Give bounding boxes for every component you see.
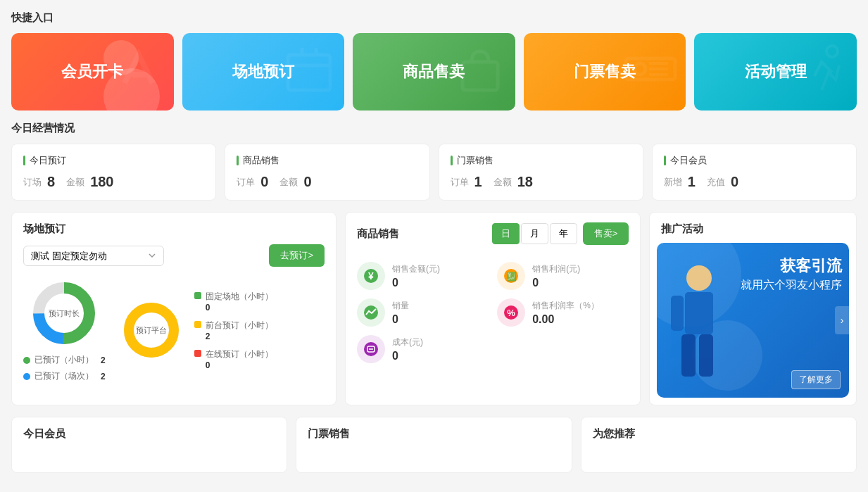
stat-card-booking: 今日预订 订场 8 金额 180: [11, 144, 216, 201]
quick-access-title: 快捷入口: [11, 11, 857, 25]
bottom-today-member: 今日会员: [11, 417, 287, 473]
venue-select[interactable]: 测试 固定预定勿动: [23, 246, 164, 266]
quick-card-goods-label: 商品售卖: [403, 61, 465, 82]
promo-character-area: [657, 257, 741, 398]
metric-quantity-label: 销量: [392, 300, 489, 312]
quick-card-ticket[interactable]: 门票售卖: [524, 33, 686, 111]
venue-chart-area: 预订时长 已预订（小时） 2 已预订（场次） 2: [23, 278, 325, 382]
venue-right-item-1: 前台预订（小时） 2: [194, 320, 273, 341]
stat-ticket-amount: 金额 18: [493, 174, 533, 190]
promo-learn-more-button[interactable]: 了解更多: [791, 370, 841, 389]
legend-item-0: 已预订（小时） 2: [23, 354, 106, 366]
svg-point-10: [826, 46, 838, 57]
metric-sale-amount-value: 0: [392, 277, 489, 289]
today-stats-title: 今日经营情况: [11, 122, 857, 135]
tab-day[interactable]: 日: [492, 223, 520, 244]
venue-booking-panel: 场地预订 测试 固定预定勿动 去预订>: [11, 212, 336, 405]
stat-booking-amount: 金额 180: [66, 174, 113, 190]
bottom-recommended: 为您推荐: [581, 417, 857, 473]
stat-ticket-title: 门票销售: [451, 154, 631, 167]
stat-member-new: 新增 1: [664, 174, 696, 190]
metric-profit: 💹 销售利润(元) 0: [497, 262, 629, 290]
bottom-recommended-title: 为您推荐: [593, 427, 845, 441]
stat-ticket-order-label: 订单: [451, 176, 469, 189]
stat-ticket-order: 订单 1: [451, 174, 482, 190]
svg-rect-31: [699, 334, 713, 377]
quick-card-venue-label: 场地预订: [232, 61, 294, 82]
legend-item-1: 已预订（场次） 2: [23, 370, 106, 382]
middle-section: 场地预订 测试 固定预定勿动 去预订>: [11, 212, 857, 405]
venue-right-value-0: 0: [206, 303, 273, 313]
venue-right-value-2: 0: [206, 360, 273, 370]
svg-text:¥: ¥: [368, 270, 374, 282]
metric-cost-value: 0: [392, 350, 489, 362]
stats-cards-container: 今日预订 订场 8 金额 180 商品销售 订单: [11, 144, 857, 201]
svg-rect-0: [288, 55, 330, 90]
stat-member-new-label: 新增: [664, 176, 682, 189]
product-panel-header: 商品销售 日 月 年 售卖>: [346, 213, 640, 245]
quick-card-activity[interactable]: 活动管理: [694, 33, 857, 111]
legend-dot-blue: [23, 373, 30, 380]
bottom-section: 今日会员 门票销售 为您推荐: [11, 417, 857, 473]
promo-banner-headline: 获客引流 就用六个羽友小程序: [741, 257, 842, 292]
stat-ticket-amount-label: 金额: [493, 176, 512, 189]
venue-right-donut-label: 预订平台: [136, 325, 167, 336]
stat-booking-field-label: 订场: [23, 176, 42, 189]
svg-rect-4: [463, 62, 498, 90]
tab-year[interactable]: 年: [550, 223, 577, 244]
stat-member-recharge-label: 充值: [707, 176, 725, 189]
quick-access-section: 快捷入口 会员开卡 场地预订: [11, 11, 857, 111]
metric-quantity-value: 0: [392, 313, 489, 326]
quick-card-member[interactable]: 会员开卡: [11, 33, 174, 111]
stat-ticket-amount-value: 18: [517, 174, 533, 190]
stat-booking-amount-label: 金额: [66, 176, 84, 189]
stat-card-product: 商品销售 订单 0 金额 0: [225, 144, 429, 201]
dashboard-page: 快捷入口 会员开卡 场地预订: [0, 0, 868, 492]
product-sell-button[interactable]: 售卖>: [583, 222, 629, 245]
stat-product-title: 商品销售: [237, 154, 417, 167]
stat-booking-title: 今日预订: [23, 154, 204, 167]
legend-text-0: 已预订（小时）: [34, 354, 94, 366]
svg-text:💹: 💹: [506, 271, 517, 282]
venue-panel-title: 场地预订: [23, 222, 65, 236]
stat-booking-field: 订场 8: [23, 174, 55, 190]
metric-icon-cost: [357, 335, 385, 363]
stat-product-amount-value: 0: [303, 174, 311, 190]
svg-text:%: %: [507, 308, 515, 318]
product-panel-body: ¥ 销售金额(元) 0 💹 销售利润(元): [346, 245, 640, 374]
today-stats-section: 今日经营情况 今日预订 订场 8 金额 180 商品销售: [11, 122, 857, 201]
quick-cards-container: 会员开卡 场地预订: [11, 33, 857, 111]
promo-banner: 获客引流 就用六个羽友小程序 了解更多 ›: [657, 243, 849, 398]
legend-value-1: 2: [101, 372, 106, 381]
venue-panel-header: 场地预订: [12, 213, 336, 236]
metric-quantity: 销量 0: [357, 298, 489, 327]
stat-member-recharge: 充值 0: [707, 174, 738, 190]
quick-card-goods[interactable]: 商品售卖: [353, 33, 515, 111]
quick-card-ticket-label: 门票售卖: [574, 61, 636, 82]
venue-left-donut: 预订时长: [29, 278, 99, 348]
stat-member-content: 新增 1 充值 0: [664, 174, 845, 190]
metric-profit-value: 0: [532, 277, 629, 289]
metric-icon-profit-rate: %: [497, 298, 525, 327]
legend-square-red: [194, 350, 201, 357]
tab-month[interactable]: 月: [521, 223, 548, 244]
quick-card-activity-label: 活动管理: [745, 61, 807, 82]
svg-point-26: [686, 265, 712, 291]
venue-left-legend: 已预订（小时） 2 已预订（场次） 2: [23, 354, 106, 382]
stat-booking-field-value: 8: [47, 174, 55, 190]
quick-card-member-label: 会员开卡: [61, 61, 123, 82]
metric-sale-amount-label: 销售金额(元): [392, 263, 489, 275]
metric-cost-label: 成本(元): [392, 336, 489, 348]
venue-book-button[interactable]: 去预订>: [269, 244, 325, 267]
metric-profit-rate-value: 0.00: [532, 313, 629, 326]
stat-product-order-label: 订单: [237, 176, 255, 189]
quick-card-venue[interactable]: 场地预订: [182, 33, 345, 111]
venue-right-value-1: 2: [206, 332, 273, 341]
legend-value-0: 2: [101, 355, 106, 365]
venue-panel-body: 测试 固定预定勿动 去预订> 预订时长: [12, 236, 336, 393]
venue-right-item-0: 固定场地（小时） 0: [194, 291, 273, 313]
venue-right-text-1: 前台预订（小时）: [206, 320, 273, 332]
metric-icon-quantity: [357, 298, 385, 327]
promo-panel-title: 推广活动: [650, 213, 856, 236]
venue-controls: 测试 固定预定勿动 去预订>: [23, 244, 325, 267]
